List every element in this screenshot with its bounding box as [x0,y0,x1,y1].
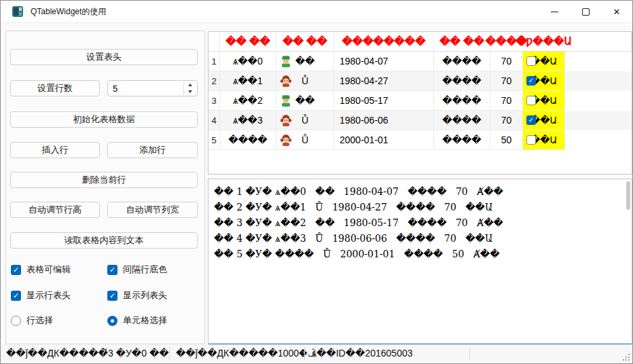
name-cell[interactable]: ѧ��1 [220,71,276,91]
minimize-button[interactable] [539,1,570,22]
boy-avatar-icon [280,55,292,67]
row-filler [565,111,632,130]
minimize-icon [551,12,558,12]
insert-row-button[interactable]: 插入行 [10,142,100,158]
score-cell[interactable]: 50 [490,130,523,150]
auto-row-height-button[interactable]: 自动调节行高 [10,202,100,218]
text-line: �� 4 �У� ѧ��3 Ů 1980-06-06 ���� 70 ��Ա [214,231,626,247]
party-checkbox-unchecked[interactable] [526,96,536,105]
party-cell[interactable]: ��Ա [523,91,565,111]
table-row: 4ѧ��3Ů1980-06-06����70✓��Ա [209,111,632,130]
birthdate-cell[interactable]: 1980-04-07 [334,52,434,71]
status-cell-content: ��ǰ��ДК�����ݣ�1000 [176,348,316,359]
birthdate-cell[interactable]: 1980-06-06 [334,111,434,130]
checkbox-label: 显示列表头 [123,289,167,302]
party-cell[interactable]: ✓��Ա [523,71,565,91]
textedit-scrollbar-thumb[interactable] [626,181,630,210]
score-cell[interactable]: 70 [490,71,523,91]
spin-down-icon [188,90,192,93]
spin-up-button[interactable] [184,81,196,88]
control-panel: 设置表头 设置行数 5 初始化表格数据 插入行 添加行 删除当前行 自动调节行高… [5,31,205,344]
append-row-button[interactable]: 添加行 [107,142,198,158]
delete-row-button[interactable]: 删除当前行 [10,172,198,188]
ethnic-cell[interactable]: ���� [434,52,490,71]
rowcount-value: 5 [113,84,117,94]
birthdate-cell[interactable]: 2000-01-01 [334,130,434,150]
column-header[interactable]: �� �� [276,32,334,52]
radio-row-select[interactable]: 行选择 [11,315,53,326]
checkbox-show-col-header[interactable]: ✓ 显示列表头 [107,290,167,301]
sex-cell[interactable]: Ů [276,130,334,150]
column-header[interactable]: �Ƿ���Ա [523,32,565,52]
row-header[interactable]: 4 [209,111,220,130]
birthdate-cell[interactable]: 1980-05-17 [334,91,434,111]
init-table-button[interactable]: 初始化表格数据 [10,111,198,128]
close-icon: ✕ [613,7,621,16]
auto-col-width-button[interactable]: 自动调节列宽 [107,202,198,218]
column-header[interactable]: �������� [334,32,434,52]
party-checkbox-checked[interactable]: ✓ [526,76,536,86]
row-header[interactable]: 2 [209,71,220,91]
corner-header-cell[interactable] [209,32,220,52]
set-header-button[interactable]: 设置表头 [10,49,198,65]
set-rowcount-button[interactable]: 设置行数 [10,80,100,96]
sex-cell[interactable]: Ů [276,71,334,91]
output-textedit[interactable]: �� 1 �У� ѧ��0 �� 1980-04-07 ���� 70 Ⱥ���… [208,179,632,345]
row-header[interactable]: 1 [209,52,220,71]
checkbox-label: 显示行表头 [26,289,71,302]
party-checkbox-unchecked[interactable] [526,135,536,145]
student-table[interactable]: �� �� �� �� �������� �� �� ���� �Ƿ���Ա 1… [208,31,632,175]
column-header[interactable]: �� �� [434,32,490,52]
name-cell[interactable]: ѧ��3 [220,111,276,130]
ethnic-cell[interactable]: ���� [434,111,490,130]
checkbox-label: 表格可编辑 [26,263,71,276]
spin-down-button[interactable] [184,88,196,95]
checkbox-table-editable[interactable]: ✓ 表格可编辑 [11,264,71,275]
score-cell[interactable]: 70 [490,52,523,71]
maximize-button[interactable] [570,1,601,22]
close-button[interactable]: ✕ [601,1,632,22]
rowcount-spinbox[interactable]: 5 [107,80,198,96]
sex-text: Ů [302,115,308,126]
resize-grip-icon[interactable] [623,354,624,355]
spinbox-buttons [183,81,196,95]
sex-cell[interactable]: �� [276,91,334,111]
status-bar: ��ǰ��ДК�����̌3 �У�0 �� ��ǰ��ДК�����ݣ�100… [1,344,632,363]
radio-cell-select[interactable]: 单元格选择 [107,315,167,326]
ethnic-cell[interactable]: ���� [434,71,490,91]
score-cell[interactable]: 70 [490,111,523,130]
name-cell[interactable]: ѧ��0 [220,52,276,71]
birthdate-cell[interactable]: 1980-04-27 [334,71,434,91]
party-checkbox-unchecked[interactable] [526,56,536,66]
party-cell[interactable]: ��Ա [523,52,565,71]
table-row: 1ѧ��0��1980-04-07����70��Ա [209,52,632,71]
read-to-text-button[interactable]: 读取表格内容到文本 [10,232,198,249]
table-header-row: �� �� �� �� �������� �� �� ���� �Ƿ���Ա [209,32,632,52]
sex-cell[interactable]: Ů [276,111,334,130]
table-row: 5����Ů2000-01-01����50��Ա [209,130,632,150]
window-title: QTableWidget的使用 [31,6,106,18]
party-cell[interactable]: ��Ա [523,130,565,150]
ethnic-cell[interactable]: ���� [434,130,490,150]
party-cell[interactable]: ✓��Ա [523,111,565,130]
row-header[interactable]: 3 [209,91,220,111]
checkbox-alt-row-color[interactable]: ✓ 间隔行底色 [107,264,167,275]
sex-text: �� [295,56,315,67]
ethnic-cell[interactable]: ���� [434,91,490,111]
sex-cell[interactable]: �� [276,52,334,71]
party-checkbox-checked[interactable]: ✓ [526,115,536,125]
title-bar[interactable]: QTableWidget的使用 ✕ [1,1,632,23]
row-filler [565,91,632,111]
score-cell[interactable]: 70 [490,91,523,111]
row-filler [565,130,632,150]
status-separator [304,347,305,360]
name-cell[interactable]: ѧ��2 [220,91,276,111]
checkbox-checked-icon: ✓ [107,265,117,275]
checkbox-show-row-header[interactable]: ✓ 显示行表头 [11,290,71,301]
row-header[interactable]: 5 [209,130,220,150]
text-line: �� 2 �У� ѧ��1 Ů 1980-04-27 ���� 70 ��Ա [214,200,626,215]
radio-unchecked-icon [11,316,21,326]
sex-text: �� [295,95,315,106]
name-cell[interactable]: ���� [220,130,276,150]
column-header[interactable]: �� �� [220,32,276,52]
